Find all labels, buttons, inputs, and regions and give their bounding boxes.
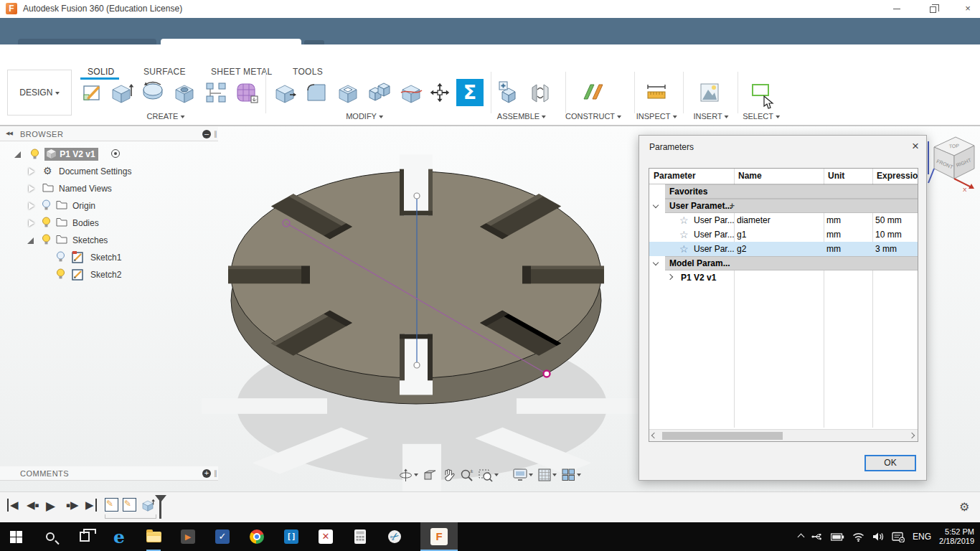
timeline-play[interactable]: ▶ (46, 499, 55, 513)
cell-expression[interactable]: 10 mm (875, 227, 902, 242)
scroll-right-icon[interactable] (909, 433, 915, 438)
bulb-on-icon[interactable] (42, 234, 51, 245)
group-modify[interactable]: MODIFY (346, 112, 383, 121)
collapsed-arrow-icon[interactable] (29, 185, 34, 192)
tab-surface[interactable]: SURFACE (143, 67, 186, 77)
shell-icon[interactable] (336, 80, 360, 105)
group-construct[interactable]: CONSTRUCT (565, 112, 621, 121)
pan-tool[interactable] (442, 468, 455, 481)
timeline-feature-sketch2[interactable]: ✎ (123, 498, 136, 512)
bulb-on-icon[interactable] (56, 268, 65, 280)
panel-handle-icon[interactable]: ∥ (214, 469, 217, 477)
add-parameter-icon[interactable]: + (730, 199, 735, 213)
display-settings[interactable] (513, 468, 533, 481)
sketch-point-bottom[interactable] (414, 362, 420, 368)
insert-image-icon[interactable] (697, 80, 722, 105)
expand-arrow-icon[interactable] (27, 237, 34, 244)
bulb-off-icon[interactable] (56, 251, 65, 263)
taskbar-edge[interactable]: e (103, 522, 135, 551)
bulb-on-icon[interactable] (30, 149, 39, 160)
tree-item-root[interactable]: P1 V2 v1 (0, 147, 218, 161)
usb-icon[interactable] (811, 532, 823, 542)
cell-name[interactable]: g1 (737, 227, 746, 242)
add-comment-icon[interactable]: + (202, 469, 211, 478)
favorite-star-icon[interactable]: ☆ (679, 242, 689, 256)
row-param-g1[interactable]: ☆ User Par... g1 mm 10 mm (649, 227, 918, 242)
remove-panel-icon[interactable]: – (202, 130, 211, 138)
orbit-tool[interactable] (399, 468, 418, 482)
collapse-panel-icon[interactable]: ◀◀ (6, 131, 12, 136)
combine-icon[interactable] (367, 80, 392, 105)
taskbar-dev-app[interactable]: [] (275, 522, 307, 551)
taskbar-snipping-tool[interactable]: ✂ (379, 522, 410, 551)
start-button[interactable] (0, 522, 32, 551)
taskbar-chrome[interactable] (241, 522, 273, 551)
wifi-icon[interactable] (852, 532, 864, 542)
row-model-parameters[interactable]: Model Param... (649, 256, 918, 270)
bulb-off-icon[interactable] (42, 199, 51, 211)
workspace-selector[interactable]: DESIGN (7, 70, 72, 116)
selected-item-band[interactable]: P1 V2 v1 (44, 148, 98, 161)
group-inspect[interactable]: INSPECT (636, 112, 677, 121)
tab-solid[interactable]: SOLID (88, 67, 115, 77)
press-pull-icon[interactable] (273, 80, 297, 105)
col-name[interactable]: Name (738, 169, 762, 184)
task-view-button[interactable] (69, 522, 100, 551)
hole-icon[interactable] (172, 80, 197, 105)
collapsed-arrow-icon[interactable] (29, 220, 34, 227)
battery-icon[interactable] (831, 532, 844, 542)
col-expression[interactable]: Expression (877, 169, 918, 184)
expand-group-icon[interactable] (667, 274, 673, 280)
joint-icon[interactable] (528, 80, 552, 105)
favorite-star-icon[interactable]: ☆ (679, 227, 689, 242)
pattern-icon[interactable] (204, 80, 228, 105)
minimize-button[interactable] (885, 0, 909, 17)
collapse-group-icon[interactable] (653, 202, 659, 208)
sketch-point-top[interactable] (414, 193, 420, 199)
change-parameters-button[interactable]: Σ (456, 79, 484, 106)
timeline-step-forward[interactable]: ▪▶ (66, 499, 79, 512)
measure-icon[interactable] (644, 80, 669, 105)
viewports-layout[interactable] (562, 468, 581, 481)
grid-settings[interactable] (538, 468, 557, 481)
action-center-icon[interactable] (892, 532, 905, 542)
activate-component-radio[interactable] (111, 149, 120, 158)
taskbar-search[interactable] (34, 522, 66, 551)
create-sketch-icon[interactable] (80, 80, 105, 105)
row-user-parameters[interactable]: User Paramet... + (649, 199, 918, 213)
taskbar-todo-app[interactable]: ✓ (207, 522, 238, 551)
viewcube-top-label[interactable]: TOP (948, 143, 959, 149)
taskbar-pdf-app[interactable]: ✕ (310, 522, 341, 551)
speaker-icon[interactable] (872, 532, 884, 542)
collapse-group-icon[interactable] (653, 260, 659, 265)
ok-button[interactable]: OK (864, 455, 916, 471)
tab-tools[interactable]: TOOLS (293, 67, 323, 77)
collapsed-arrow-icon[interactable] (29, 168, 34, 175)
construct-plane-icon[interactable] (581, 80, 606, 105)
split-body-icon[interactable] (399, 80, 423, 105)
favorite-star-icon[interactable]: ☆ (679, 213, 689, 227)
cell-expression[interactable]: 3 mm (875, 242, 897, 256)
row-model-component[interactable]: P1 V2 v1 (649, 270, 918, 285)
group-insert[interactable]: INSERT (693, 112, 728, 121)
scroll-left-icon[interactable] (651, 433, 657, 438)
group-assemble[interactable]: ASSEMBLE (497, 112, 546, 121)
language-indicator[interactable]: ENG (913, 532, 931, 542)
timeline-playhead[interactable] (159, 496, 161, 519)
dialog-close-icon[interactable]: × (912, 139, 919, 154)
cell-name[interactable]: diameter (737, 213, 771, 227)
group-select[interactable]: SELECT (743, 112, 780, 121)
zoom-tool[interactable]: ± (460, 468, 473, 482)
create-form-icon[interactable] (234, 80, 258, 105)
timeline-go-to-end[interactable]: ▶ (85, 499, 97, 512)
row-favorites[interactable]: Favorites (649, 184, 918, 199)
fillet-icon[interactable] (304, 80, 329, 105)
horizontal-scrollbar[interactable] (649, 429, 918, 441)
new-component-icon[interactable] (496, 80, 521, 105)
comments-header[interactable]: COMMENTS + ∥ (0, 466, 218, 481)
revolve-icon[interactable] (141, 80, 165, 105)
col-unit[interactable]: Unit (828, 169, 844, 184)
taskbar-clock[interactable]: 5:52 PM2/18/2019 (939, 527, 974, 546)
col-parameter[interactable]: Parameter (654, 169, 696, 184)
restore-button[interactable] (920, 0, 945, 17)
